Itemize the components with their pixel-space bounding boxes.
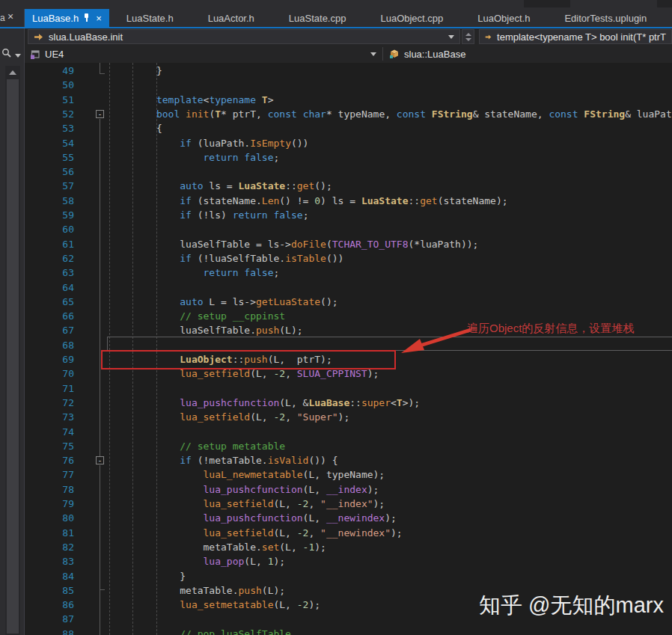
line-number: 66	[53, 309, 74, 323]
code-line-79[interactable]: 79 lua_setfield(L, -2, "__index");	[25, 497, 672, 512]
member-breadcrumb-dropdown[interactable]: slua.LuaBase.init	[28, 29, 460, 44]
code-line-82[interactable]: 82 metaTable.set(L, -1);	[25, 540, 672, 555]
code-text: metaTable.push(L);	[86, 583, 285, 598]
code-line-64[interactable]: 64	[25, 280, 672, 295]
code-text: lua_setfield(L, -2, "Super");	[86, 410, 349, 424]
navbar-splitter[interactable]	[462, 29, 474, 44]
code-text: lua_pop(L, 1);	[86, 554, 285, 568]
tab-luaactor-h[interactable]: LuaActor.h	[191, 9, 272, 27]
line-number: 63	[53, 266, 74, 280]
code-text: }	[86, 569, 186, 583]
chevron-down-icon[interactable]	[15, 54, 21, 58]
code-line-49[interactable]: 49 }	[25, 64, 672, 79]
line-number: 62	[53, 251, 74, 266]
tab-luastate-h[interactable]: LuaState.h	[109, 9, 191, 27]
scrollbar-thumb[interactable]	[7, 79, 19, 634]
line-number: 81	[53, 526, 74, 540]
code-line-61[interactable]: 61 luaSelfTable = ls->doFile(TCHAR_TO_UT…	[25, 237, 672, 252]
line-number: 79	[53, 497, 74, 511]
code-line-57[interactable]: 57 auto ls = LuaState::get();	[25, 179, 672, 194]
code-text: lua_setfield(L, -2, "__newindex");	[86, 526, 403, 540]
tab-luabase-h[interactable]: LuaBase.h×	[25, 9, 109, 27]
line-number: 55	[53, 150, 74, 165]
code-line-77[interactable]: 77 luaL_newmetatable(L, typeName);	[25, 467, 672, 482]
annotation-text: 遍历Object的反射信息，设置堆栈	[467, 322, 634, 336]
scope-breadcrumb[interactable]: slua::LuaBase	[383, 49, 465, 60]
annotation-highlight-box	[101, 350, 396, 369]
project-dropdown[interactable]: UE4	[25, 49, 382, 60]
line-number: 52	[53, 107, 74, 121]
code-line-78[interactable]: 78 lua_pushcfunction(L, __index);	[25, 482, 672, 497]
toolbar-fragment	[657, 0, 672, 7]
scrollbar-up-button[interactable]	[5, 67, 20, 78]
scope-name: slua::LuaBase	[404, 49, 465, 60]
line-number: 64	[53, 280, 74, 295]
code-line-74[interactable]: 74	[25, 425, 672, 440]
line-number: 85	[53, 583, 74, 598]
code-line-88[interactable]: 88 // pop luaSelfTable	[25, 627, 672, 635]
tab-editortests-uplugin[interactable]: EditorTests.uplugin	[547, 9, 664, 27]
signature-breadcrumb-dropdown[interactable]: template<typename T> bool init(T* ptrT	[479, 29, 672, 44]
code-text: lua_pushcfunction(L, __index);	[86, 482, 379, 497]
code-line-53[interactable]: 53 {	[25, 121, 672, 136]
tab-luastate-cpp[interactable]: LuaState.cpp	[272, 9, 364, 27]
member-breadcrumb-text: slua.LuaBase.init	[49, 31, 123, 43]
code-line-52[interactable]: 52- bool init(T* ptrT, const char* typeN…	[25, 107, 672, 122]
search-icon[interactable]	[1, 48, 12, 61]
code-text: return false;	[86, 150, 279, 165]
triangle-up-icon	[9, 70, 16, 75]
line-number: 57	[53, 179, 74, 193]
tab-label: LuaObject.cpp	[380, 13, 443, 24]
code-line-58[interactable]: 58 if (stateName.Len() != 0) ls = LuaSta…	[25, 194, 672, 209]
code-text: bool init(T* ptrT, const char* typeName,…	[86, 107, 672, 121]
tab-luaobject-cpp[interactable]: LuaObject.cpp	[363, 9, 460, 27]
code-text: // setup metatable	[86, 439, 285, 453]
code-line-76[interactable]: 76- if (!metaTable.isValid()) {	[25, 453, 672, 468]
code-text: lua_pushcfunction(L, &LuaBase::super<T>)…	[86, 396, 420, 410]
code-line-55[interactable]: 55 return false;	[25, 150, 672, 165]
top-strip	[0, 0, 672, 9]
code-text: if (!ls) return false;	[86, 208, 308, 222]
code-line-63[interactable]: 63 return false;	[25, 266, 672, 280]
code-text: }	[86, 64, 162, 78]
vertical-scrollbar[interactable]	[5, 66, 20, 635]
line-number: 53	[53, 121, 74, 135]
code-line-51[interactable]: 51 template<typename T>	[25, 93, 672, 108]
code-line-80[interactable]: 80 lua_pushcfunction(L, __newindex);	[25, 511, 672, 526]
pin-icon[interactable]	[84, 13, 89, 22]
code-text: template<typename T>	[86, 93, 273, 107]
code-line-73[interactable]: 73 lua_setfield(L, -2, "Super");	[25, 410, 672, 425]
line-number: 69	[53, 352, 74, 366]
code-line-84[interactable]: 84 }	[25, 569, 672, 584]
code-text: metaTable.set(L, -1);	[86, 540, 326, 554]
code-line-75[interactable]: 75 // setup metatable	[25, 439, 672, 454]
line-number: 68	[53, 338, 74, 352]
code-text: auto L = ls->getLuaState();	[86, 295, 338, 309]
line-number: 86	[53, 598, 74, 612]
code-text: if (luaPath.IsEmpty())	[86, 136, 308, 150]
visual-studio-window: a × LuaBase.h×LuaState.hLuaActor.hLuaSta…	[0, 0, 672, 635]
code-line-59[interactable]: 59 if (!ls) return false;	[25, 208, 672, 223]
code-line-54[interactable]: 54 if (luaPath.IsEmpty())	[25, 136, 672, 151]
line-number: 60	[53, 222, 74, 236]
tab-luaobject-h[interactable]: LuaObject.h	[460, 9, 547, 27]
line-number: 54	[53, 136, 74, 150]
current-line-border	[107, 337, 672, 351]
code-line-72[interactable]: 72 lua_pushcfunction(L, &LuaBase::super<…	[25, 396, 672, 411]
close-icon[interactable]: ×	[96, 13, 102, 24]
code-editor[interactable]: 49 }5051 template<typename T>52- bool in…	[25, 63, 672, 635]
left-rail: a ×	[0, 9, 25, 635]
code-line-71[interactable]: 71	[25, 381, 672, 396]
code-text: // pop luaSelfTable	[86, 627, 291, 635]
code-line-81[interactable]: 81 lua_setfield(L, -2, "__newindex");	[25, 526, 672, 541]
code-line-50[interactable]: 50	[25, 78, 672, 93]
code-line-83[interactable]: 83 lua_pop(L, 1);	[25, 554, 672, 569]
tab-label: LuaObject.h	[477, 13, 530, 24]
code-line-62[interactable]: 62 if (!luaSelfTable.isTable())	[25, 251, 672, 266]
code-line-65[interactable]: 65 auto L = ls->getLuaState();	[25, 295, 672, 310]
tab-label: EditorTests.uplugin	[564, 13, 647, 24]
close-icon[interactable]: ×	[7, 11, 13, 22]
code-line-56[interactable]: 56	[25, 165, 672, 180]
code-line-60[interactable]: 60	[25, 222, 672, 237]
signature-breadcrumb-text: template<typename T> bool init(T* ptrT	[497, 31, 666, 43]
